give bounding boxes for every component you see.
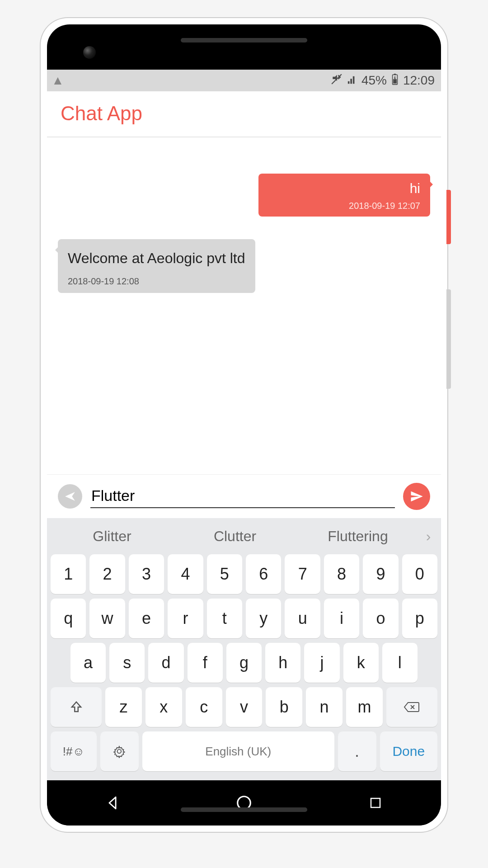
key-d[interactable]: d xyxy=(148,643,183,683)
front-camera xyxy=(83,46,96,59)
app-bar: Chat App xyxy=(47,91,441,137)
key-row-bottom: !#☺ English (UK) . Done xyxy=(51,731,437,771)
suggestion-item[interactable]: Clutter xyxy=(174,520,296,553)
key-p[interactable]: p xyxy=(402,599,437,638)
keyboard: Glitter Clutter Fluttering › 1234567890 … xyxy=(47,518,441,780)
send-button[interactable] xyxy=(403,483,430,510)
key-3[interactable]: 3 xyxy=(129,554,164,594)
status-bar: ▲ 45% 12:09 xyxy=(47,70,441,91)
suggestion-row: Glitter Clutter Fluttering › xyxy=(51,518,437,554)
key-row-numbers: 1234567890 xyxy=(51,554,437,594)
key-o[interactable]: o xyxy=(363,599,398,638)
nav-back-button[interactable] xyxy=(103,793,122,813)
key-u[interactable]: u xyxy=(285,599,320,638)
signal-icon xyxy=(347,73,357,88)
key-y[interactable]: y xyxy=(246,599,281,638)
key-i[interactable]: i xyxy=(324,599,359,638)
svg-rect-2 xyxy=(394,74,396,75)
mute-icon xyxy=(331,73,343,88)
bubble-incoming[interactable]: Welcome at Aeologic pvt ltd 2018-09-19 1… xyxy=(58,239,255,293)
key-m[interactable]: m xyxy=(346,687,383,727)
device-frame: ▲ 45% 12:09 Chat App hi xyxy=(41,18,447,832)
key-4[interactable]: 4 xyxy=(168,554,203,594)
screen: ▲ 45% 12:09 Chat App hi xyxy=(47,70,441,780)
speaker-grill xyxy=(181,38,307,42)
bottom-speaker xyxy=(181,807,307,812)
device-inner: ▲ 45% 12:09 Chat App hi xyxy=(47,24,441,826)
suggestion-item[interactable]: Glitter xyxy=(51,520,174,553)
message-text: hi xyxy=(268,181,420,196)
status-time: 12:09 xyxy=(403,73,435,88)
nav-recent-button[interactable] xyxy=(366,793,385,813)
message-outgoing: hi 2018-09-19 12:07 xyxy=(58,174,430,217)
bubble-outgoing[interactable]: hi 2018-09-19 12:07 xyxy=(258,174,430,217)
message-text: Welcome at Aeologic pvt ltd xyxy=(68,247,245,269)
key-row-2: asdfghjkl xyxy=(51,643,437,683)
shift-key[interactable] xyxy=(51,687,102,727)
key-k[interactable]: k xyxy=(343,643,379,683)
key-2[interactable]: 2 xyxy=(89,554,125,594)
key-w[interactable]: w xyxy=(89,599,125,638)
svg-rect-5 xyxy=(371,798,380,807)
key-row-3: zxcvbnm xyxy=(51,687,437,727)
key-e[interactable]: e xyxy=(129,599,164,638)
battery-text: 45% xyxy=(361,73,387,88)
key-s[interactable]: s xyxy=(109,643,145,683)
key-z[interactable]: z xyxy=(105,687,142,727)
device-power-button[interactable] xyxy=(446,190,451,244)
space-key[interactable]: English (UK) xyxy=(142,731,334,771)
settings-key[interactable] xyxy=(100,731,139,771)
key-t[interactable]: t xyxy=(207,599,242,638)
key-c[interactable]: c xyxy=(186,687,222,727)
key-v[interactable]: v xyxy=(226,687,263,727)
key-n[interactable]: n xyxy=(306,687,343,727)
key-j[interactable]: j xyxy=(304,643,339,683)
battery-icon xyxy=(391,73,399,88)
period-key[interactable]: . xyxy=(338,731,376,771)
key-8[interactable]: 8 xyxy=(324,554,359,594)
suggestion-item[interactable]: Fluttering xyxy=(296,520,419,553)
key-x[interactable]: x xyxy=(145,687,182,727)
key-row-1: qwertyuiop xyxy=(51,599,437,638)
backspace-key[interactable] xyxy=(386,687,437,727)
device-volume-button[interactable] xyxy=(446,289,451,389)
attach-button[interactable] xyxy=(58,484,82,509)
key-q[interactable]: q xyxy=(51,599,86,638)
key-5[interactable]: 5 xyxy=(207,554,242,594)
done-key[interactable]: Done xyxy=(380,731,437,771)
key-g[interactable]: g xyxy=(226,643,262,683)
message-time: 2018-09-19 12:07 xyxy=(268,201,420,211)
key-l[interactable]: l xyxy=(382,643,418,683)
key-6[interactable]: 6 xyxy=(246,554,281,594)
composer-row xyxy=(47,474,441,518)
key-0[interactable]: 0 xyxy=(402,554,437,594)
message-incoming: Welcome at Aeologic pvt ltd 2018-09-19 1… xyxy=(58,239,430,293)
warning-icon: ▲ xyxy=(52,73,64,88)
symbols-key[interactable]: !#☺ xyxy=(51,731,97,771)
key-b[interactable]: b xyxy=(266,687,302,727)
message-time: 2018-09-19 12:08 xyxy=(68,276,245,287)
key-7[interactable]: 7 xyxy=(285,554,320,594)
suggestions-expand-icon[interactable]: › xyxy=(419,528,437,545)
navigation-bar xyxy=(47,780,441,826)
message-input[interactable] xyxy=(90,485,395,508)
key-h[interactable]: h xyxy=(265,643,300,683)
app-title: Chat App xyxy=(61,102,427,125)
key-1[interactable]: 1 xyxy=(51,554,86,594)
chat-area[interactable]: hi 2018-09-19 12:07 Welcome at Aeologic … xyxy=(47,137,441,474)
key-9[interactable]: 9 xyxy=(363,554,398,594)
key-f[interactable]: f xyxy=(188,643,223,683)
key-a[interactable]: a xyxy=(70,643,106,683)
key-r[interactable]: r xyxy=(168,599,203,638)
